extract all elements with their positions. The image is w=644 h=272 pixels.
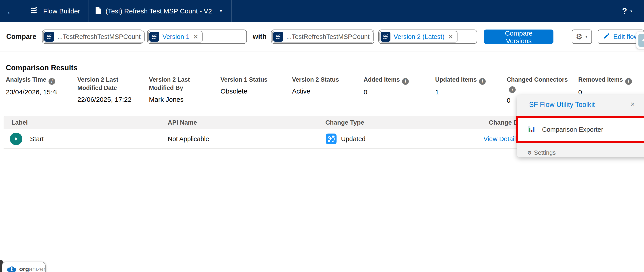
chevron-down-icon[interactable]: ▼ <box>219 9 223 14</box>
updated-change-icon <box>326 134 336 145</box>
stat-value: 23/04/2026, 15:48 <box>6 88 57 96</box>
view-details-link[interactable]: View Details <box>484 129 519 148</box>
back-button[interactable]: ← <box>0 0 22 22</box>
flow-pill-right[interactable]: ...TestRefreshTestMSPCount <box>272 31 374 42</box>
compare-toolbar: Compare ...TestRefreshTestMSPCount Versi <box>0 22 644 52</box>
flow-icon <box>149 32 159 42</box>
stat-added-items: Added Itemsi 0 <box>364 76 431 104</box>
gear-icon: ⚙ <box>576 33 582 40</box>
chevron-down-icon: ▼ <box>585 35 588 38</box>
stat-label: Version 2 Last Modified Date <box>77 76 118 91</box>
flow-pill-left-label: ...TestRefreshTestMSPCount <box>57 33 140 40</box>
sf-flow-utility-toolkit-popup: SF Flow Utility Toolkit × Comparison Exp… <box>517 95 644 157</box>
flow-icon <box>44 32 54 42</box>
back-arrow-icon: ← <box>6 6 16 17</box>
start-element-icon <box>10 133 22 145</box>
flow-icon <box>273 32 283 42</box>
flow-tab[interactable]: (Test) Refresh Test MSP Count - V2 ▼ <box>89 0 232 22</box>
row-label: Start <box>30 129 44 148</box>
settings-dropdown-button[interactable]: ⚙ ▼ <box>572 30 592 44</box>
settings-label: Settings <box>534 150 556 156</box>
stat-label: Version 2 Status <box>292 76 339 83</box>
info-icon[interactable]: i <box>509 86 516 93</box>
row-api-name: Not Applicable <box>168 129 209 148</box>
flow-select-left[interactable]: ...TestRefreshTestMSPCount <box>42 30 143 44</box>
page-title: Comparison Results <box>6 64 78 72</box>
column-header-api-name: API Name <box>168 116 197 129</box>
remove-version-left-icon[interactable]: ✕ <box>193 33 198 40</box>
stat-v2-modified-by: Version 2 Last Modified By Mark Jones <box>149 76 216 104</box>
flow-logo-icon <box>29 6 38 16</box>
badge-text-bold: org <box>19 266 29 272</box>
version-pill-right-label: Version 2 (Latest) <box>394 33 444 40</box>
stat-value: 0 <box>578 88 644 96</box>
pencil-icon <box>603 33 610 41</box>
version-pill-left-label: Version 1 <box>162 33 190 40</box>
compare-versions-button[interactable]: Compare Versions <box>484 30 554 44</box>
column-header-change-type: Change Type <box>325 116 364 129</box>
stat-value: 0 <box>364 88 431 96</box>
flow-pill-left[interactable]: ...TestRefreshTestMSPCount <box>43 31 144 42</box>
column-header-label: Label <box>12 116 28 129</box>
stat-label: Version 1 Status <box>220 76 268 83</box>
info-icon[interactable]: i <box>625 78 632 85</box>
flow-tab-title: (Test) Refresh Test MSP Count - V2 <box>106 8 212 15</box>
stat-label: Analysis Time <box>6 76 46 83</box>
stat-value: Active <box>292 88 359 95</box>
close-icon[interactable]: × <box>630 100 634 108</box>
help-icon: ? <box>622 6 627 16</box>
help-menu[interactable]: ? ▼ <box>622 0 644 22</box>
info-icon[interactable]: i <box>402 78 409 85</box>
stat-label: Changed Connectors <box>507 76 568 83</box>
cloud-lock-icon <box>7 265 16 272</box>
organizer-extension-badge[interactable]: organizer <box>2 262 46 272</box>
stat-v1-status: Version 1 Status Obsolete <box>220 76 288 104</box>
stat-label: Added Items <box>364 76 400 83</box>
flow-icon <box>380 32 390 42</box>
chevron-down-icon: ▼ <box>630 10 633 13</box>
flow-builder-screen: ← Flow Builder (Test) Refresh Test MSP C… <box>0 0 644 272</box>
toolkit-settings-button[interactable]: ⚙ Settings <box>527 150 556 156</box>
collapse-panel-toggle[interactable] <box>636 32 644 49</box>
comparison-exporter-label: Comparison Exporter <box>542 126 603 133</box>
stat-label: Updated Items <box>435 76 477 83</box>
edit-flow-label: Edit flow <box>613 33 639 40</box>
navbar: ← Flow Builder (Test) Refresh Test MSP C… <box>0 0 644 22</box>
row-change-type: Updated <box>341 129 366 148</box>
badge-text: anizer <box>29 266 46 272</box>
flow-select-right[interactable]: ...TestRefreshTestMSPCount <box>271 30 374 44</box>
stat-value: 22/06/2025, 17:22 <box>77 96 144 103</box>
compare-label: Compare <box>6 33 36 41</box>
stat-updated-items: Updated Itemsi 1 <box>435 76 502 104</box>
remove-version-right-icon[interactable]: ✕ <box>448 33 454 40</box>
collapse-left-icon <box>638 34 644 47</box>
stat-value: 1 <box>435 88 502 96</box>
app-name: Flow Builder <box>43 8 80 15</box>
info-icon[interactable]: i <box>48 78 55 85</box>
version-select-right[interactable]: Version 2 (Latest) ✕ <box>378 30 477 44</box>
version-select-left[interactable]: Version 1 ✕ <box>147 30 247 44</box>
stat-value: Mark Jones <box>149 96 216 103</box>
info-icon[interactable]: i <box>479 78 486 85</box>
app-branding: Flow Builder <box>22 0 89 22</box>
stat-analysis-time: Analysis Timei 23/04/2026, 15:48 <box>6 76 73 104</box>
stat-v2-modified-date: Version 2 Last Modified Date 22/06/2025,… <box>77 76 144 104</box>
with-label: with <box>253 33 266 41</box>
stat-label: Version 2 Last Modified By <box>149 76 190 91</box>
stat-v2-status: Version 2 Status Active <box>292 76 359 104</box>
version-pill-right[interactable]: Version 2 (Latest) ✕ <box>380 31 458 42</box>
version-pill-left[interactable]: Version 1 ✕ <box>148 31 202 42</box>
popup-title: SF Flow Utility Toolkit <box>529 101 595 109</box>
flow-pill-right-label: ...TestRefreshTestMSPCount <box>286 33 370 40</box>
document-icon <box>95 6 102 16</box>
gear-icon: ⚙ <box>527 150 532 156</box>
comparison-exporter-menu-item[interactable]: Comparison Exporter <box>517 118 644 141</box>
stat-label: Removed Items <box>578 76 623 83</box>
stat-value: Obsolete <box>220 88 288 95</box>
bar-chart-icon <box>528 125 536 134</box>
